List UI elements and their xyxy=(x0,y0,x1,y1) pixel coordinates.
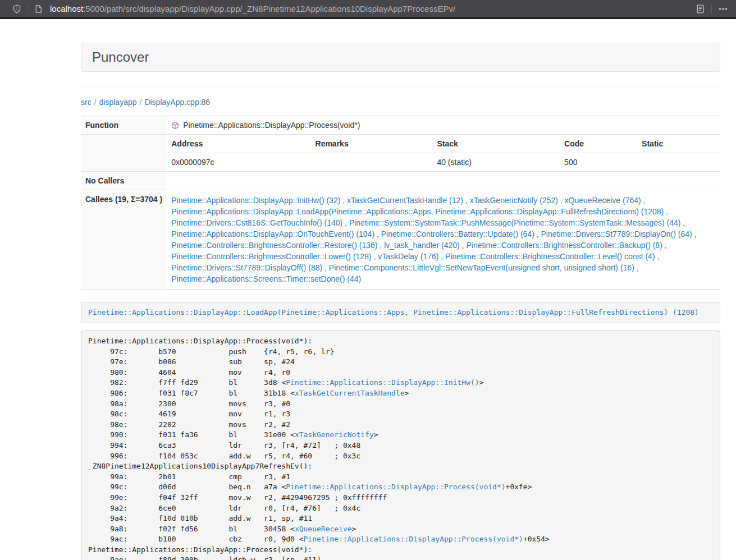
function-row: Function Pinetime::Applications::Display… xyxy=(81,116,720,135)
callee-separator: , xyxy=(372,252,378,261)
assembly-symbol-link[interactable]: xTaskGenericNotify xyxy=(295,430,374,439)
assembly-symbol-link[interactable]: xTaskGetCurrentTaskHandle xyxy=(295,389,405,397)
col-header-code: Code xyxy=(560,135,637,153)
function-stats-table: Address Remarks Stack Code Static 0x0000… xyxy=(167,135,720,171)
callee-link[interactable]: Pinetime::Drivers::St7789::DisplayOn() (… xyxy=(541,229,692,238)
symbol-cube-icon xyxy=(171,121,179,130)
url-input[interactable]: localhost:5000/path/src/displayapp/Displ… xyxy=(50,4,455,13)
app-title-panel: Puncover xyxy=(81,43,720,72)
address-value: 0x0000097c xyxy=(167,153,310,172)
stats-header-row: Address Remarks Stack Code Static xyxy=(167,135,720,153)
col-header-stack: Stack xyxy=(432,135,560,153)
callee-separator: , xyxy=(374,229,381,238)
callees-list: Pinetime::Applications::DisplayApp::Init… xyxy=(167,190,720,290)
callee-link[interactable]: xQueueReceive (764) xyxy=(565,196,641,205)
callee-link[interactable]: Pinetime::Drivers::Cst816S::GetTouchInfo… xyxy=(171,218,342,227)
code-value: 500 xyxy=(560,153,637,172)
callee-separator: , xyxy=(692,229,697,238)
toolbar-divider xyxy=(28,4,28,14)
col-header-remarks: Remarks xyxy=(311,135,433,153)
remarks-value xyxy=(311,153,433,172)
breadcrumb-item-file[interactable]: DisplayApp.cpp xyxy=(144,98,199,107)
callee-link[interactable]: Pinetime::Applications::DisplayApp::Init… xyxy=(171,196,340,205)
callee-separator: , xyxy=(558,196,565,205)
callee-separator: , xyxy=(680,218,685,227)
callee-separator: , xyxy=(664,207,668,216)
url-bar-left: localhost:5000/path/src/displayapp/Displ… xyxy=(12,4,455,14)
callees-row: Callees (19, Σ=3704 ) Pinetime::Applicat… xyxy=(81,190,720,290)
callee-separator: , xyxy=(534,229,541,238)
highlighted-callee-panel: Pinetime::Applications::DisplayApp::Load… xyxy=(81,302,720,323)
breadcrumb-item-displayapp[interactable]: displayapp xyxy=(99,98,137,107)
url-bar-right xyxy=(696,4,728,14)
callee-link[interactable]: xTaskGenericNotify (252) xyxy=(470,196,558,205)
function-name: Pinetime::Applications::DisplayApp::Proc… xyxy=(183,121,360,130)
breadcrumb-separator: / xyxy=(94,98,97,107)
highlighted-callee-link[interactable]: Pinetime::Applications::DisplayApp::Load… xyxy=(88,308,699,316)
callee-link[interactable]: Pinetime::Controllers::BrightnessControl… xyxy=(445,252,655,261)
callee-link[interactable]: Pinetime::Controllers::BrightnessControl… xyxy=(466,241,662,250)
page-actions-menu-icon[interactable] xyxy=(718,4,728,13)
function-stats-row: Address Remarks Stack Code Static 0x0000… xyxy=(81,135,720,172)
no-callers-label: No Callers xyxy=(81,172,167,190)
url-path: :5000/path/src/displayapp/DisplayApp.cpp… xyxy=(83,4,455,13)
callee-link[interactable]: Pinetime::Controllers::BrightnessControl… xyxy=(171,241,377,250)
breadcrumb-line-number: :86 xyxy=(199,98,210,107)
url-host: localhost xyxy=(50,4,83,13)
assembly-symbol-link[interactable]: Pinetime::Applications::DisplayApp::Proc… xyxy=(286,483,505,491)
page-content: Puncover src/displayapp/DisplayApp.cpp:8… xyxy=(81,43,720,560)
breadcrumb-separator: / xyxy=(140,98,142,107)
callee-link[interactable]: Pinetime::Components::LittleVgl::SetNewT… xyxy=(329,263,634,272)
col-header-address: Address xyxy=(167,135,310,153)
callee-separator: , xyxy=(322,263,329,272)
callee-link[interactable]: Pinetime::Applications::Screens::Timer::… xyxy=(171,274,361,283)
callee-link[interactable]: Pinetime::Controllers::Battery::Update()… xyxy=(381,229,534,238)
callee-link[interactable]: Pinetime::Drivers::St7789::DisplayOff() … xyxy=(171,263,322,272)
callee-link[interactable]: lv_task_handler (420) xyxy=(384,241,460,250)
callee-separator: , xyxy=(377,241,384,250)
reader-mode-icon[interactable] xyxy=(696,4,705,14)
callee-link[interactable]: vTaskDelay (176) xyxy=(378,252,438,261)
assembly-symbol-link[interactable]: Pinetime::Applications::DisplayApp::Init… xyxy=(286,378,479,387)
callee-link[interactable]: xTaskGetCurrentTaskHandle (12) xyxy=(347,196,463,205)
tracking-protection-shield-icon[interactable] xyxy=(12,4,21,13)
symbol-table: Function Pinetime::Applications::Display… xyxy=(81,116,720,290)
stats-value-row: 0x0000097c 40 (static) 500 xyxy=(167,153,720,172)
stack-value: 40 (static) xyxy=(432,153,560,172)
page-info-icon[interactable] xyxy=(34,4,43,13)
callee-separator: , xyxy=(634,263,639,272)
assembly-symbol-link[interactable]: xQueueReceive xyxy=(295,525,352,533)
callee-separator: , xyxy=(655,252,660,261)
breadcrumb-item-src[interactable]: src xyxy=(81,98,92,107)
col-header-static: Static xyxy=(637,135,720,153)
callee-link[interactable]: Pinetime::System::SystemTask::PushMessag… xyxy=(349,218,681,227)
no-callers-row: No Callers xyxy=(81,172,720,190)
callee-separator: , xyxy=(438,252,445,261)
callee-separator: , xyxy=(460,241,467,250)
callee-link[interactable]: Pinetime::Applications::DisplayApp::OnTo… xyxy=(171,229,374,238)
callee-separator: , xyxy=(662,241,667,250)
toolbar-divider xyxy=(711,4,712,14)
static-value xyxy=(637,153,720,172)
divider xyxy=(81,88,720,88)
callee-separator: , xyxy=(340,196,347,205)
function-row-label: Function xyxy=(81,116,167,135)
page-title: Puncover xyxy=(92,50,709,65)
assembly-symbol-link[interactable]: Pinetime::Applications::DisplayApp::Proc… xyxy=(304,535,523,543)
callee-separator: , xyxy=(641,196,646,205)
assembly-listing: Pinetime::Applications::DisplayApp::Proc… xyxy=(81,331,720,560)
callee-link[interactable]: Pinetime::Controllers::BrightnessControl… xyxy=(171,252,371,261)
callee-link[interactable]: Pinetime::Applications::DisplayApp::Load… xyxy=(171,207,664,216)
breadcrumb: src/displayapp/DisplayApp.cpp:86 xyxy=(81,97,720,108)
callees-label: Callees (19, Σ=3704 ) xyxy=(81,190,167,290)
browser-chrome: localhost:5000/path/src/displayapp/Displ… xyxy=(0,0,736,19)
callee-separator: , xyxy=(342,218,349,227)
callee-separator: , xyxy=(463,196,470,205)
